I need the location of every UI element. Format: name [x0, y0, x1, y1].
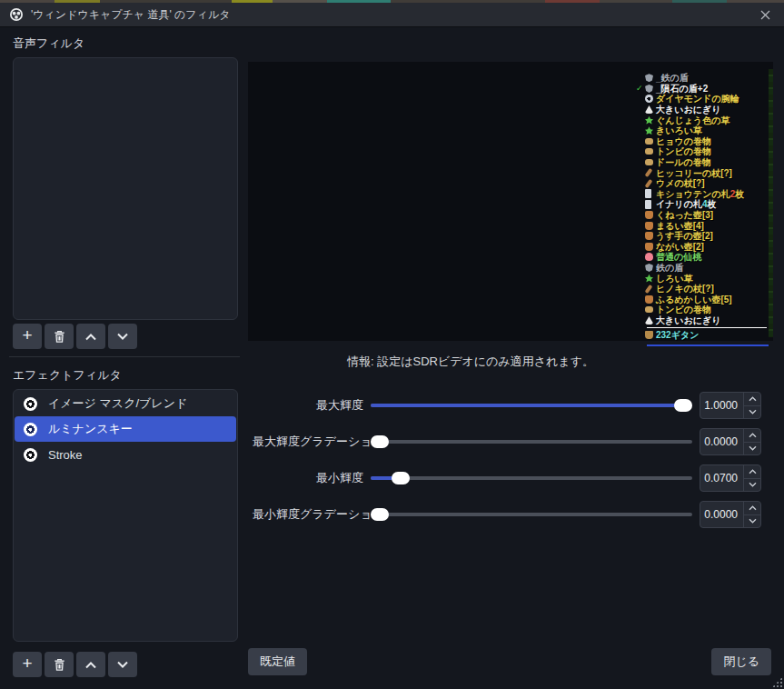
- game-window-border: [647, 344, 769, 346]
- shield-icon: [645, 74, 653, 82]
- spinbox-value[interactable]: 0.0000: [700, 502, 743, 527]
- effect-move-down-button[interactable]: [108, 652, 137, 677]
- value-spinbox: 1.0000: [700, 392, 761, 419]
- game-item: ふるめかしい壺[5]: [636, 294, 769, 305]
- effect-filter-list[interactable]: イメージ マスク/ブレンドルミナンスキーStroke: [13, 389, 238, 642]
- filter-preview: _鉄の盾✓_隕石の盾+2ダイヤモンドの腕輪大きいおにぎりぐんじょう色の草きいろい…: [248, 62, 773, 341]
- pot-icon: [645, 211, 653, 219]
- money-icon: [645, 331, 653, 339]
- value-spinbox: 0.0000: [700, 501, 761, 528]
- filter-item-label: ルミナンスキー: [48, 421, 133, 437]
- slider-fill: [371, 404, 689, 407]
- spin-down-button[interactable]: [744, 515, 760, 528]
- slider-row: 最小輝度グラデーション0.0000: [253, 501, 761, 528]
- close-button[interactable]: 閉じる: [711, 648, 771, 675]
- slider-track[interactable]: [371, 440, 692, 444]
- chevron-up-icon: [84, 333, 97, 341]
- slider-handle[interactable]: [674, 399, 692, 412]
- spin-down-button[interactable]: [744, 406, 760, 419]
- slider-handle[interactable]: [371, 435, 389, 448]
- slider-handle[interactable]: [392, 472, 410, 484]
- game-item-text: きいろい草: [656, 125, 702, 135]
- game-item-text: ウメの杖[?]: [656, 178, 704, 188]
- visibility-eye-icon[interactable]: [24, 423, 37, 436]
- spin-down-button[interactable]: [744, 443, 760, 455]
- check-icon: ✓: [636, 84, 645, 94]
- chevron-down-icon: [116, 661, 129, 669]
- game-item-text: _鉄の盾: [656, 73, 689, 83]
- filter-item[interactable]: Stroke: [15, 442, 236, 467]
- game-item: うす手の壺[2]: [636, 231, 769, 242]
- game-item: ウメの杖[?]: [636, 178, 769, 189]
- slider-最小輝度グラデーション[interactable]: [371, 508, 692, 521]
- slider-最大輝度グラデーション[interactable]: [371, 435, 692, 448]
- spin-up-button[interactable]: [744, 393, 760, 406]
- audio-filter-list[interactable]: [13, 57, 238, 320]
- defaults-button[interactable]: 既定値: [248, 648, 307, 675]
- slider-handle[interactable]: [371, 508, 389, 521]
- effect-remove-filter-button[interactable]: [45, 652, 74, 677]
- trash-icon: [53, 658, 66, 672]
- dialog-footer: 既定値 閉じる: [243, 648, 784, 689]
- spin-up-button[interactable]: [744, 502, 760, 515]
- filter-item[interactable]: イメージ マスク/ブレンド: [15, 391, 236, 416]
- audio-add-filter-button[interactable]: +: [13, 324, 42, 349]
- visibility-eye-icon[interactable]: [24, 397, 37, 411]
- scroll-icon: [645, 148, 653, 155]
- titlebar: 'ウィンドウキャプチャ 道具' のフィルタ: [0, 3, 784, 27]
- effect-filters-heading: エフェクトフィルタ: [13, 367, 238, 384]
- game-map-edge: [769, 69, 773, 337]
- audio-remove-filter-button[interactable]: [45, 324, 74, 349]
- audio-move-up-button[interactable]: [76, 324, 105, 349]
- slider-最小輝度[interactable]: [371, 472, 692, 484]
- close-window-button[interactable]: [749, 3, 780, 26]
- game-item: ぐんじょう色の草: [636, 115, 769, 125]
- filters-panel: 音声フィルタ +: [0, 27, 243, 689]
- game-item: ✓_隕石の盾+2: [636, 84, 769, 95]
- dialog-body: 音声フィルタ +: [0, 27, 784, 689]
- spinbox-value[interactable]: 0.0000: [700, 429, 743, 454]
- spin-down-button[interactable]: [744, 479, 760, 492]
- game-item: 232ギタン: [636, 329, 769, 340]
- audio-move-down-button[interactable]: [108, 324, 137, 349]
- game-item-text: ぐんじょう色の草: [656, 115, 729, 125]
- game-item: ダイヤモンドの腕輪: [636, 94, 769, 105]
- tablet-icon: [645, 189, 651, 198]
- game-item-text: 枚: [735, 189, 744, 199]
- game-item: きいろい草: [636, 125, 769, 136]
- game-item: 大きいおにぎり: [636, 315, 769, 326]
- slider-最大輝度[interactable]: [371, 399, 692, 412]
- slider-track[interactable]: [371, 476, 692, 480]
- effect-move-up-button[interactable]: [76, 652, 105, 677]
- visibility-eye-icon[interactable]: [24, 448, 37, 462]
- slider-row: 最小輝度0.0700: [253, 464, 761, 492]
- filter-item[interactable]: ルミナンスキー: [15, 416, 236, 442]
- value-spinbox: 0.0000: [700, 428, 761, 455]
- spin-up-button[interactable]: [744, 429, 760, 443]
- spin-up-button[interactable]: [744, 465, 760, 479]
- peach-icon: [645, 253, 653, 261]
- wand-icon: [644, 178, 652, 187]
- game-item-text: 大きいおにぎり: [656, 315, 720, 325]
- game-item: キショウテンの札2枚: [636, 189, 769, 200]
- slider-label: 最小輝度: [253, 470, 363, 486]
- plus-icon: +: [22, 654, 32, 674]
- game-item-text: ヒノキの杖[?]: [656, 284, 714, 294]
- audio-filters-heading: 音声フィルタ: [13, 35, 238, 52]
- scroll-icon: [645, 159, 653, 165]
- slider-track[interactable]: [371, 513, 692, 516]
- effect-add-filter-button[interactable]: +: [13, 652, 42, 677]
- scroll-icon: [645, 138, 653, 145]
- slider-fill: [371, 476, 393, 480]
- game-item: トンビの巻物: [636, 146, 769, 157]
- game-item: まるい壺[4]: [636, 220, 769, 231]
- sdr-info-text: 情報: 設定はSDRビデオにのみ適用されます。: [243, 354, 698, 370]
- spinbox-value[interactable]: 1.0000: [700, 393, 743, 418]
- slider-row: 最大輝度グラデーション0.0000: [253, 428, 761, 455]
- game-item-text: ながい壺[2]: [656, 242, 704, 252]
- game-item-text: ヒッコリーの杖[?]: [656, 168, 732, 178]
- game-item-text: _隕石の盾+2: [656, 84, 708, 94]
- spinbox-value[interactable]: 0.0700: [700, 465, 743, 491]
- game-item-text: ヒョウの巻物: [656, 136, 711, 146]
- obs-logo-icon: [9, 7, 24, 22]
